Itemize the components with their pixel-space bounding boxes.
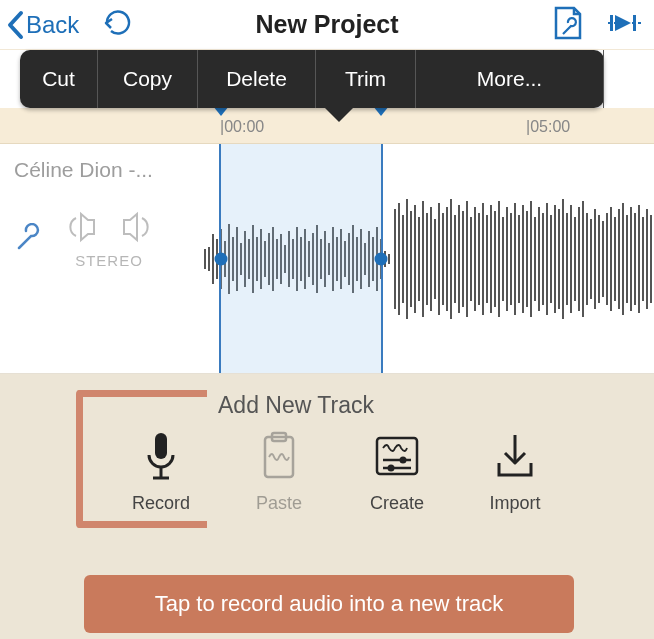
- play-to-end-icon: [608, 11, 644, 35]
- back-button[interactable]: Back: [0, 10, 79, 40]
- svg-rect-115: [642, 217, 644, 301]
- more-button[interactable]: More...: [416, 50, 604, 108]
- import-action[interactable]: Import: [460, 429, 570, 514]
- add-track-title: Add New Track: [218, 392, 634, 419]
- selection-handle-left[interactable]: [215, 252, 228, 265]
- create-action[interactable]: Create: [342, 429, 452, 514]
- svg-rect-89: [538, 207, 540, 311]
- svg-rect-54: [398, 203, 400, 315]
- record-action[interactable]: Record: [106, 429, 216, 514]
- svg-rect-72: [470, 217, 472, 301]
- svg-rect-77: [490, 205, 492, 313]
- svg-rect-90: [542, 213, 544, 305]
- track-header[interactable]: Céline Dion -... STEREO: [0, 144, 200, 373]
- stereo-speakers-icon: [66, 210, 152, 244]
- project-settings-button[interactable]: [550, 4, 584, 46]
- svg-rect-116: [646, 209, 648, 309]
- svg-rect-97: [570, 205, 572, 313]
- svg-marker-5: [124, 214, 137, 240]
- svg-rect-101: [586, 213, 588, 305]
- svg-rect-112: [630, 207, 632, 311]
- timeline-selection[interactable]: [219, 144, 383, 373]
- svg-rect-84: [518, 215, 520, 303]
- selection-handle-right[interactable]: [375, 252, 388, 265]
- svg-rect-86: [526, 211, 528, 307]
- toolbar-pointer-icon: [325, 108, 353, 122]
- svg-rect-98: [574, 217, 576, 301]
- svg-rect-114: [638, 205, 640, 313]
- track-name: Céline Dion -...: [14, 158, 190, 182]
- svg-rect-95: [562, 199, 564, 319]
- svg-rect-85: [522, 205, 524, 313]
- svg-rect-99: [578, 207, 580, 311]
- back-label: Back: [26, 11, 79, 39]
- svg-rect-59: [418, 217, 420, 301]
- svg-rect-63: [434, 219, 436, 299]
- svg-rect-113: [634, 213, 636, 305]
- trim-button[interactable]: Trim: [316, 50, 416, 108]
- svg-rect-60: [422, 201, 424, 317]
- svg-rect-82: [510, 213, 512, 305]
- svg-point-127: [388, 465, 395, 472]
- undo-button[interactable]: [101, 9, 135, 41]
- stereo-toggle[interactable]: STEREO: [66, 210, 152, 269]
- import-icon: [493, 433, 537, 479]
- svg-point-125: [400, 457, 407, 464]
- track-area: Céline Dion -... STEREO: [0, 144, 654, 374]
- svg-rect-70: [462, 211, 464, 307]
- svg-rect-80: [502, 217, 504, 301]
- add-track-panel: Add New Track Record Paste Create: [0, 374, 654, 639]
- svg-rect-74: [478, 213, 480, 305]
- svg-rect-6: [204, 249, 206, 269]
- play-skip-button[interactable]: [608, 11, 644, 39]
- svg-rect-53: [394, 209, 396, 309]
- cut-button[interactable]: Cut: [20, 50, 98, 108]
- delete-button[interactable]: Delete: [198, 50, 316, 108]
- svg-rect-108: [614, 217, 616, 301]
- svg-rect-93: [554, 205, 556, 313]
- svg-rect-57: [410, 211, 412, 307]
- svg-rect-68: [454, 215, 456, 303]
- svg-rect-105: [602, 221, 604, 297]
- svg-rect-92: [550, 215, 552, 303]
- svg-rect-100: [582, 201, 584, 317]
- svg-rect-7: [208, 247, 210, 271]
- svg-rect-58: [414, 205, 416, 313]
- svg-rect-106: [606, 213, 608, 305]
- ruler-tick-0: |00:00: [220, 118, 264, 136]
- svg-rect-76: [486, 215, 488, 303]
- svg-rect-56: [406, 199, 408, 319]
- import-label: Import: [489, 493, 540, 514]
- undo-icon: [101, 9, 135, 37]
- svg-rect-62: [430, 207, 432, 311]
- svg-rect-118: [155, 433, 167, 459]
- paste-label: Paste: [256, 493, 302, 514]
- svg-rect-87: [530, 201, 532, 317]
- svg-rect-75: [482, 203, 484, 315]
- microphone-icon: [144, 431, 178, 481]
- svg-rect-96: [566, 213, 568, 305]
- sliders-icon: [373, 434, 421, 478]
- svg-rect-55: [402, 215, 404, 303]
- copy-button[interactable]: Copy: [98, 50, 198, 108]
- svg-rect-88: [534, 217, 536, 301]
- svg-rect-102: [590, 219, 592, 299]
- svg-rect-104: [598, 215, 600, 303]
- svg-rect-64: [438, 203, 440, 315]
- svg-rect-83: [514, 203, 516, 315]
- svg-rect-65: [442, 213, 444, 305]
- svg-rect-73: [474, 207, 476, 311]
- svg-rect-91: [546, 203, 548, 315]
- wrench-icon: [14, 223, 44, 253]
- svg-rect-110: [622, 203, 624, 315]
- svg-rect-69: [458, 205, 460, 313]
- svg-rect-78: [494, 211, 496, 307]
- track-settings-button[interactable]: [14, 223, 44, 257]
- stereo-label: STEREO: [75, 252, 143, 269]
- svg-rect-52: [388, 254, 390, 264]
- svg-rect-111: [626, 215, 628, 303]
- ruler-tick-5: |05:00: [526, 118, 570, 136]
- svg-marker-4: [81, 214, 94, 240]
- svg-rect-117: [650, 215, 652, 303]
- svg-rect-107: [610, 207, 612, 311]
